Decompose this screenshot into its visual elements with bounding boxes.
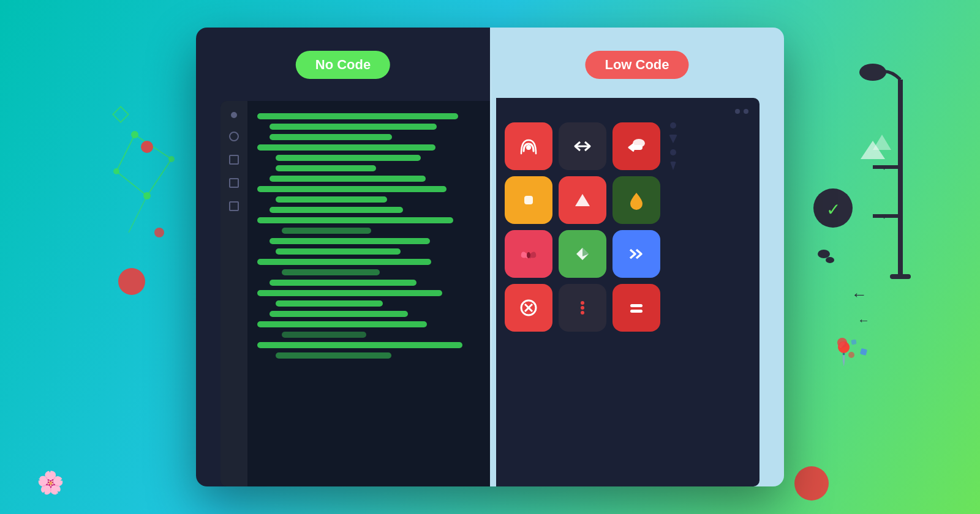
code-line: [270, 176, 426, 182]
svg-line-2: [147, 159, 172, 196]
code-line: [270, 124, 437, 130]
sidebar-square-icon-1: [229, 155, 239, 165]
left-decorations: 🌸: [24, 0, 202, 514]
svg-point-26: [848, 352, 854, 358]
svg-marker-23: [873, 135, 891, 150]
no-code-panel: No Code: [196, 28, 490, 486]
code-line: [270, 134, 392, 140]
app-row-1: [505, 122, 751, 170]
svg-line-1: [116, 135, 135, 171]
svg-point-25: [837, 338, 847, 348]
code-line: [257, 113, 458, 119]
background: 🌸 ✓ ← ← 📍: [0, 0, 980, 514]
side-dot-2: [670, 149, 676, 155]
svg-line-3: [116, 171, 147, 196]
sidebar-circle-icon: [229, 132, 239, 141]
app-row-2: [505, 176, 751, 224]
code-line: [282, 332, 366, 338]
app-icon-butterfly[interactable]: [505, 230, 552, 278]
code-editor: [221, 101, 490, 486]
svg-text:▾: ▾: [882, 211, 886, 221]
code-lines-area: [247, 101, 490, 486]
sidebar-dot-icon: [231, 112, 237, 118]
app-icon-menu[interactable]: [559, 284, 606, 332]
svg-point-5: [131, 131, 138, 138]
svg-point-27: [818, 250, 830, 258]
app-icon-orange[interactable]: [505, 176, 552, 224]
app-row-3: [505, 230, 751, 278]
code-line: [276, 352, 391, 359]
code-line: [270, 311, 408, 317]
app-icon-gem[interactable]: [559, 230, 606, 278]
side-dot-1: [670, 122, 676, 128]
svg-rect-31: [860, 348, 867, 356]
svg-rect-17: [873, 214, 899, 218]
code-line: [282, 228, 371, 234]
svg-point-40: [527, 252, 530, 258]
low-code-badge: Low Code: [585, 51, 688, 79]
app-icon-equals[interactable]: [612, 284, 660, 332]
app-icon-chevrons[interactable]: [612, 230, 660, 278]
code-line: [257, 144, 435, 151]
no-code-label-area: No Code: [296, 51, 390, 79]
code-line: [276, 300, 383, 307]
svg-text:✓: ✓: [826, 200, 840, 219]
side-triangle-2: [670, 162, 676, 170]
app-icon-signal[interactable]: [505, 122, 552, 170]
svg-marker-39: [575, 194, 590, 206]
main-card: No Code: [196, 28, 784, 486]
app-icon-arrows[interactable]: [559, 122, 606, 170]
code-line: [276, 196, 387, 203]
app-icon-droplet[interactable]: [612, 176, 660, 224]
code-line: [257, 186, 447, 192]
code-line: [270, 238, 430, 244]
svg-point-33: [794, 466, 829, 501]
svg-rect-47: [630, 304, 643, 307]
code-line: [257, 342, 462, 348]
code-line: [282, 269, 380, 275]
side-triangle-1: [669, 135, 677, 143]
code-line: [257, 217, 453, 223]
svg-rect-38: [524, 196, 533, 204]
code-line: [257, 259, 431, 265]
editor-sidebar: [221, 101, 247, 486]
code-line: [270, 280, 417, 286]
svg-text:📍: 📍: [830, 340, 858, 367]
code-line: [257, 290, 442, 296]
app-icon-x[interactable]: [505, 284, 552, 332]
sidebar-square-icon-2: [229, 178, 239, 188]
side-icons-col: [666, 122, 677, 170]
code-line: [270, 207, 403, 213]
svg-point-13: [859, 64, 886, 81]
svg-point-11: [118, 268, 145, 295]
low-code-label-area: Low Code: [585, 51, 688, 79]
svg-line-4: [129, 196, 147, 233]
svg-point-7: [113, 168, 119, 174]
app-icon-triangle[interactable]: [559, 176, 606, 224]
svg-rect-16: [873, 165, 899, 169]
app-row-4: [505, 284, 751, 332]
device-indicator-1: [735, 109, 740, 114]
no-code-badge: No Code: [296, 51, 390, 79]
code-line: [276, 165, 376, 171]
svg-point-44: [581, 301, 584, 305]
app-icon-arrow-left-red[interactable]: [612, 122, 660, 170]
svg-rect-32: [851, 339, 856, 345]
code-line: [276, 155, 421, 161]
svg-text:▾: ▾: [882, 162, 886, 172]
svg-point-45: [581, 306, 584, 310]
svg-rect-9: [113, 106, 128, 122]
svg-point-6: [168, 156, 175, 162]
app-grid-device: [496, 98, 760, 486]
svg-text:←: ←: [858, 313, 870, 327]
svg-point-46: [581, 311, 584, 315]
svg-text:←: ←: [851, 285, 867, 304]
code-line: [257, 321, 427, 327]
device-indicator-2: [744, 109, 748, 114]
svg-point-28: [826, 257, 834, 263]
svg-point-34: [526, 145, 531, 150]
svg-point-12: [154, 228, 164, 237]
code-line: [276, 248, 401, 255]
svg-marker-22: [861, 141, 885, 159]
sidebar-square-icon-3: [229, 201, 239, 211]
